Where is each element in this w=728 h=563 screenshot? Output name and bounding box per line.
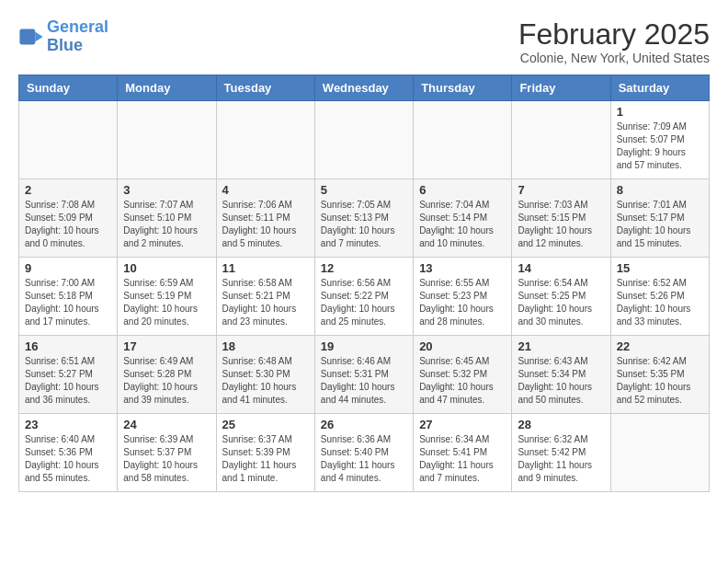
calendar-title: February 2025: [518, 18, 710, 51]
day-info: Sunrise: 7:03 AM Sunset: 5:15 PM Dayligh…: [518, 199, 604, 250]
calendar-cell: 17Sunrise: 6:49 AM Sunset: 5:28 PM Dayli…: [118, 336, 216, 414]
day-number: 16: [25, 339, 111, 353]
day-info: Sunrise: 6:36 AM Sunset: 5:40 PM Dayligh…: [321, 433, 407, 485]
day-number: 7: [518, 183, 604, 197]
week-row-4: 23Sunrise: 6:40 AM Sunset: 5:36 PM Dayli…: [19, 414, 710, 492]
day-info: Sunrise: 6:49 AM Sunset: 5:28 PM Dayligh…: [123, 355, 210, 407]
weekday-header-row: SundayMondayTuesdayWednesdayThursdayFrid…: [19, 75, 710, 101]
day-info: Sunrise: 6:42 AM Sunset: 5:35 PM Dayligh…: [617, 355, 703, 407]
week-row-2: 9Sunrise: 7:00 AM Sunset: 5:18 PM Daylig…: [19, 258, 710, 336]
day-info: Sunrise: 6:55 AM Sunset: 5:23 PM Dayligh…: [419, 277, 506, 328]
title-section: February 2025 Colonie, New York, United …: [518, 18, 710, 65]
calendar-cell: [414, 101, 512, 179]
calendar-cell: 4Sunrise: 7:06 AM Sunset: 5:11 PM Daylig…: [216, 179, 314, 258]
day-info: Sunrise: 7:06 AM Sunset: 5:11 PM Dayligh…: [222, 199, 309, 250]
day-number: 22: [617, 339, 703, 353]
calendar-cell: [118, 101, 216, 179]
day-info: Sunrise: 6:32 AM Sunset: 5:42 PM Dayligh…: [518, 433, 604, 485]
day-info: Sunrise: 7:04 AM Sunset: 5:14 PM Dayligh…: [419, 199, 506, 250]
day-number: 24: [123, 418, 210, 431]
day-info: Sunrise: 6:54 AM Sunset: 5:25 PM Dayligh…: [518, 277, 604, 328]
weekday-header-thursday: Thursday: [414, 75, 512, 101]
day-number: 9: [25, 261, 111, 275]
day-info: Sunrise: 6:37 AM Sunset: 5:39 PM Dayligh…: [222, 433, 309, 485]
svg-marker-1: [35, 31, 42, 41]
weekday-header-friday: Friday: [512, 75, 610, 101]
calendar-cell: 20Sunrise: 6:45 AM Sunset: 5:32 PM Dayli…: [414, 336, 512, 414]
week-row-0: 1Sunrise: 7:09 AM Sunset: 5:07 PM Daylig…: [19, 101, 710, 179]
day-number: 23: [25, 418, 111, 431]
calendar-subtitle: Colonie, New York, United States: [518, 51, 710, 65]
week-row-3: 16Sunrise: 6:51 AM Sunset: 5:27 PM Dayli…: [19, 336, 710, 414]
calendar-cell: 28Sunrise: 6:32 AM Sunset: 5:42 PM Dayli…: [512, 414, 610, 492]
day-number: 20: [419, 339, 506, 353]
day-number: 5: [321, 183, 407, 197]
calendar-cell: 24Sunrise: 6:39 AM Sunset: 5:37 PM Dayli…: [118, 414, 216, 492]
calendar-cell: 14Sunrise: 6:54 AM Sunset: 5:25 PM Dayli…: [512, 258, 610, 336]
calendar-table: SundayMondayTuesdayWednesdayThursdayFrid…: [18, 75, 710, 492]
day-info: Sunrise: 6:56 AM Sunset: 5:22 PM Dayligh…: [321, 277, 407, 328]
day-info: Sunrise: 7:01 AM Sunset: 5:17 PM Dayligh…: [617, 199, 703, 250]
calendar-cell: 21Sunrise: 6:43 AM Sunset: 5:34 PM Dayli…: [512, 336, 610, 414]
day-info: Sunrise: 6:40 AM Sunset: 5:36 PM Dayligh…: [25, 433, 111, 485]
day-info: Sunrise: 7:07 AM Sunset: 5:10 PM Dayligh…: [123, 199, 210, 250]
weekday-header-sunday: Sunday: [19, 75, 118, 101]
day-number: 3: [123, 183, 210, 197]
day-info: Sunrise: 6:51 AM Sunset: 5:27 PM Dayligh…: [25, 355, 111, 407]
day-number: 12: [321, 261, 407, 275]
svg-rect-0: [19, 29, 35, 44]
calendar-cell: 18Sunrise: 6:48 AM Sunset: 5:30 PM Dayli…: [216, 336, 314, 414]
logo-icon: [18, 24, 44, 50]
calendar-cell: 12Sunrise: 6:56 AM Sunset: 5:22 PM Dayli…: [314, 258, 413, 336]
day-info: Sunrise: 7:08 AM Sunset: 5:09 PM Dayligh…: [25, 199, 111, 250]
calendar-cell: 22Sunrise: 6:42 AM Sunset: 5:35 PM Dayli…: [610, 336, 709, 414]
day-number: 18: [222, 339, 309, 353]
weekday-header-monday: Monday: [118, 75, 216, 101]
weekday-header-tuesday: Tuesday: [216, 75, 314, 101]
day-info: Sunrise: 6:59 AM Sunset: 5:19 PM Dayligh…: [123, 277, 210, 328]
calendar-cell: 7Sunrise: 7:03 AM Sunset: 5:15 PM Daylig…: [512, 179, 610, 258]
logo: General Blue: [18, 18, 108, 55]
page-header: General Blue February 2025 Colonie, New …: [18, 18, 710, 65]
day-info: Sunrise: 7:05 AM Sunset: 5:13 PM Dayligh…: [321, 199, 407, 250]
day-number: 28: [518, 418, 604, 431]
calendar-cell: [610, 414, 709, 492]
day-info: Sunrise: 7:00 AM Sunset: 5:18 PM Dayligh…: [25, 277, 111, 328]
day-number: 21: [518, 339, 604, 353]
day-info: Sunrise: 6:39 AM Sunset: 5:37 PM Dayligh…: [123, 433, 210, 485]
day-number: 14: [518, 261, 604, 275]
day-number: 2: [25, 183, 111, 197]
calendar-cell: 8Sunrise: 7:01 AM Sunset: 5:17 PM Daylig…: [610, 179, 709, 258]
day-number: 13: [419, 261, 506, 275]
calendar-cell: [19, 101, 118, 179]
day-number: 4: [222, 183, 309, 197]
calendar-cell: 25Sunrise: 6:37 AM Sunset: 5:39 PM Dayli…: [216, 414, 314, 492]
day-info: Sunrise: 6:45 AM Sunset: 5:32 PM Dayligh…: [419, 355, 506, 407]
day-info: Sunrise: 6:43 AM Sunset: 5:34 PM Dayligh…: [518, 355, 604, 407]
day-number: 8: [617, 183, 703, 197]
day-number: 10: [123, 261, 210, 275]
day-info: Sunrise: 6:58 AM Sunset: 5:21 PM Dayligh…: [222, 277, 309, 328]
weekday-header-saturday: Saturday: [610, 75, 709, 101]
calendar-cell: 6Sunrise: 7:04 AM Sunset: 5:14 PM Daylig…: [414, 179, 512, 258]
day-info: Sunrise: 6:52 AM Sunset: 5:26 PM Dayligh…: [617, 277, 703, 328]
calendar-cell: 11Sunrise: 6:58 AM Sunset: 5:21 PM Dayli…: [216, 258, 314, 336]
day-number: 26: [321, 418, 407, 431]
calendar-cell: 27Sunrise: 6:34 AM Sunset: 5:41 PM Dayli…: [414, 414, 512, 492]
day-info: Sunrise: 6:34 AM Sunset: 5:41 PM Dayligh…: [419, 433, 506, 485]
day-info: Sunrise: 7:09 AM Sunset: 5:07 PM Dayligh…: [617, 121, 703, 172]
calendar-cell: 9Sunrise: 7:00 AM Sunset: 5:18 PM Daylig…: [19, 258, 118, 336]
calendar-cell: 26Sunrise: 6:36 AM Sunset: 5:40 PM Dayli…: [314, 414, 413, 492]
calendar-cell: 13Sunrise: 6:55 AM Sunset: 5:23 PM Dayli…: [414, 258, 512, 336]
weekday-header-wednesday: Wednesday: [314, 75, 413, 101]
logo-text: General Blue: [47, 18, 108, 55]
week-row-1: 2Sunrise: 7:08 AM Sunset: 5:09 PM Daylig…: [19, 179, 710, 258]
day-info: Sunrise: 6:48 AM Sunset: 5:30 PM Dayligh…: [222, 355, 309, 407]
day-number: 1: [617, 105, 703, 119]
calendar-cell: 5Sunrise: 7:05 AM Sunset: 5:13 PM Daylig…: [314, 179, 413, 258]
day-number: 25: [222, 418, 309, 431]
calendar-cell: 16Sunrise: 6:51 AM Sunset: 5:27 PM Dayli…: [19, 336, 118, 414]
calendar-cell: 10Sunrise: 6:59 AM Sunset: 5:19 PM Dayli…: [118, 258, 216, 336]
calendar-cell: 1Sunrise: 7:09 AM Sunset: 5:07 PM Daylig…: [610, 101, 709, 179]
day-number: 11: [222, 261, 309, 275]
